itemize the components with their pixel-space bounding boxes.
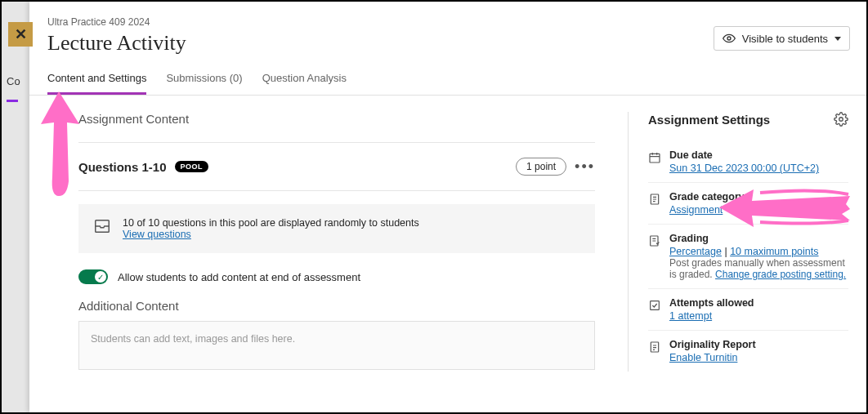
additional-content-heading: Additional Content bbox=[78, 299, 595, 313]
additional-content-editor[interactable]: Students can add text, images and files … bbox=[78, 321, 595, 370]
settings-heading: Assignment Settings bbox=[648, 113, 770, 127]
grading-change-setting-link[interactable]: Change grade posting setting. bbox=[715, 269, 846, 280]
attempts-label: Attempts allowed bbox=[669, 297, 754, 309]
question-pool-row[interactable]: Questions 1-10 POOL 1 point ••• bbox=[78, 142, 595, 191]
allow-content-toggle-label: Allow students to add content at end of … bbox=[118, 271, 360, 283]
gear-icon[interactable] bbox=[834, 112, 848, 127]
tab-submissions[interactable]: Submissions (0) bbox=[166, 64, 242, 95]
grading-separator: | bbox=[722, 246, 730, 257]
setting-due-date: Due date Sun 31 Dec 2023 00:00 (UTC+2) bbox=[648, 141, 848, 183]
more-options-button[interactable]: ••• bbox=[575, 158, 595, 176]
originality-label: Originality Report bbox=[669, 339, 756, 350]
setting-attempts: Attempts allowed 1 attempt bbox=[648, 289, 848, 331]
behind-tab-indicator bbox=[7, 100, 18, 102]
grade-category-label: Grade category bbox=[669, 191, 745, 203]
report-icon bbox=[648, 341, 661, 354]
settings-header: Assignment Settings bbox=[648, 112, 848, 127]
visibility-label: Visible to students bbox=[742, 33, 828, 45]
pool-info-line: 10 of 10 questions in this pool are disp… bbox=[123, 217, 419, 229]
assignment-content-heading: Assignment Content bbox=[78, 112, 595, 126]
pool-badge: POOL bbox=[175, 161, 209, 172]
grading-percentage-link[interactable]: Percentage bbox=[669, 246, 722, 257]
visibility-dropdown[interactable]: Visible to students bbox=[714, 26, 850, 51]
setting-grading: Grading Percentage | 10 maximum points P… bbox=[648, 225, 848, 289]
svg-rect-7 bbox=[651, 342, 658, 352]
grading-icon bbox=[648, 234, 661, 247]
main-column: Assignment Content Questions 1-10 POOL 1… bbox=[78, 112, 595, 372]
svg-rect-6 bbox=[651, 301, 660, 310]
main-panel: Ultra Practice 409 2024 Lecture Activity… bbox=[29, 2, 866, 412]
tab-content-settings[interactable]: Content and Settings bbox=[47, 64, 146, 95]
svg-rect-3 bbox=[650, 154, 660, 162]
attempts-link[interactable]: 1 attempt bbox=[669, 310, 712, 322]
svg-point-0 bbox=[727, 37, 731, 40]
due-date-label: Due date bbox=[669, 149, 819, 161]
app-frame: Co ✕ Ultra Practice 409 2024 Lecture Act… bbox=[0, 0, 868, 414]
allow-content-toggle[interactable] bbox=[78, 269, 108, 284]
points-pill[interactable]: 1 point bbox=[516, 158, 566, 176]
checkbox-icon bbox=[648, 299, 661, 312]
allow-content-toggle-row: Allow students to add content at end of … bbox=[78, 269, 595, 284]
question-range-title: Questions 1-10 bbox=[78, 160, 167, 174]
document-icon bbox=[648, 193, 661, 206]
eye-icon bbox=[723, 32, 736, 45]
tab-bar: Content and Settings Submissions (0) Que… bbox=[29, 64, 866, 96]
tab-question-analysis[interactable]: Question Analysis bbox=[262, 64, 347, 95]
originality-link[interactable]: Enable Turnitin bbox=[669, 352, 737, 363]
close-icon: ✕ bbox=[15, 25, 27, 43]
svg-point-2 bbox=[839, 118, 843, 122]
settings-column: Assignment Settings Due date Sun 31 Dec … bbox=[628, 112, 848, 372]
additional-content-placeholder: Students can add text, images and files … bbox=[91, 333, 295, 345]
pool-info-box: 10 of 10 questions in this pool are disp… bbox=[78, 204, 595, 253]
due-date-link[interactable]: Sun 31 Dec 2023 00:00 (UTC+2) bbox=[669, 162, 819, 174]
setting-grade-category: Grade category Assignment bbox=[648, 183, 848, 225]
behind-tab-fragment: Co bbox=[7, 75, 20, 87]
calendar-icon bbox=[648, 151, 661, 164]
grading-label: Grading bbox=[669, 233, 848, 244]
panel-body: Assignment Content Questions 1-10 POOL 1… bbox=[29, 96, 866, 372]
question-row-actions: 1 point ••• bbox=[516, 158, 595, 176]
view-questions-link[interactable]: View questions bbox=[123, 229, 191, 240]
close-panel-button[interactable]: ✕ bbox=[8, 22, 33, 47]
panel-header: Ultra Practice 409 2024 Lecture Activity… bbox=[29, 2, 866, 64]
chevron-down-icon bbox=[834, 37, 841, 41]
drawer-icon bbox=[93, 217, 111, 235]
grading-max-points-link[interactable]: 10 maximum points bbox=[730, 246, 818, 257]
background-peek: Co bbox=[2, 2, 29, 412]
pool-info-text: 10 of 10 questions in this pool are disp… bbox=[123, 217, 419, 240]
grade-category-link[interactable]: Assignment bbox=[669, 204, 723, 216]
setting-originality: Originality Report Enable Turnitin bbox=[648, 331, 848, 372]
